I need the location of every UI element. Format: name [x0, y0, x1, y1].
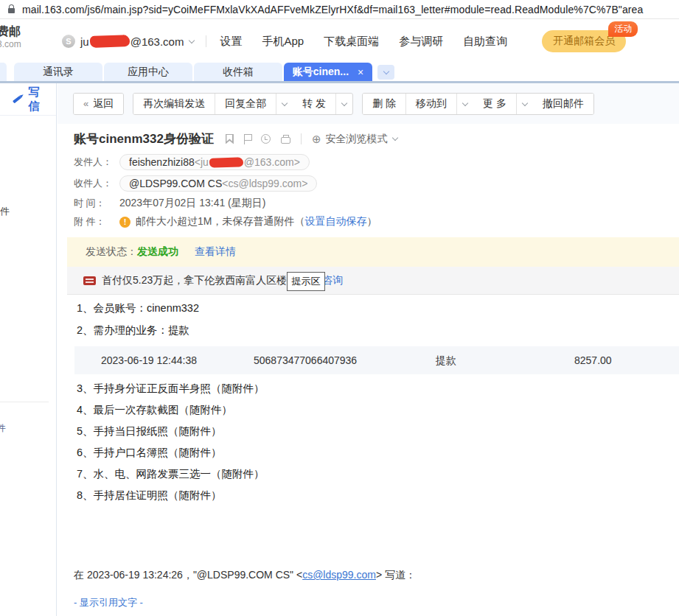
- chevron-down-icon: [282, 99, 288, 105]
- mail-163-logo: 费邮 3.com: [0, 24, 21, 50]
- mail-read-pane: « 返回 再次编辑发送 回复全部 转 发 删 除 移动到 更 多 撤回邮件: [58, 83, 679, 616]
- redaction-blob: [209, 157, 243, 168]
- send-status-label: 发送状态：: [86, 245, 137, 259]
- activity-badge: 活动: [608, 21, 638, 37]
- from-label: 发件人：: [74, 155, 119, 169]
- subject-divider: [301, 133, 302, 144]
- recall-mail-button[interactable]: 撤回邮件: [533, 94, 593, 114]
- delete-button[interactable]: 删 除: [363, 94, 405, 114]
- auto-save-link[interactable]: 设置自动保存: [304, 215, 366, 228]
- record-type: 提款: [436, 354, 456, 368]
- compose-button[interactable]: 写 信: [0, 83, 56, 116]
- show-quoted-text-link[interactable]: - 显示引用文字 -: [74, 596, 143, 609]
- warning-icon: !: [119, 217, 130, 228]
- to-contact[interactable]: @LDSP99.COM CS <cs@ldsp99.com>: [119, 175, 317, 192]
- attachment-notice: 邮件大小超过1M，未保存普通附件（: [136, 215, 304, 228]
- edit-resend-button[interactable]: 再次编辑发送: [133, 94, 215, 114]
- pencil-icon: [13, 95, 21, 103]
- chevron-down-icon: [392, 135, 398, 141]
- time-label: 时 间：: [74, 197, 119, 210]
- forward-button[interactable]: 转 发: [293, 94, 335, 114]
- more-dropdown[interactable]: [516, 94, 533, 114]
- body-line: 3、手持身分证正反面半身照（随附件）: [58, 382, 679, 396]
- logo-text-top: 费邮: [0, 24, 21, 39]
- to-addr: <cs@ldsp99.com>: [222, 178, 307, 189]
- more-button[interactable]: 更 多: [473, 94, 516, 114]
- shield-plus-icon: ⊕: [312, 133, 321, 146]
- back-label: 返回: [93, 97, 114, 111]
- chevron-down-icon: [341, 99, 347, 105]
- quote-prefix: 在 2023-06-19 13:24:26，"@LDSP99.COM CS" <: [74, 569, 302, 581]
- record-time: 2023-06-19 12:44:38: [101, 354, 197, 366]
- flag-icon[interactable]: [244, 134, 251, 144]
- tab-contacts[interactable]: 通讯录: [14, 63, 102, 81]
- ad-text[interactable]: 首付仅5.23万起，拿下伦敦西南富人区楼盘: [102, 274, 297, 287]
- compose-label: 写 信: [28, 85, 56, 113]
- tab-bar: 通讯录 应用中心 收件箱 账号cinen... ×: [0, 63, 679, 81]
- quote-suffix: > 写道：: [376, 569, 416, 581]
- chevron-down-icon: [522, 99, 528, 105]
- account-avatar: S: [62, 35, 75, 48]
- body-line: 1、会员账号：cinenm332: [58, 301, 679, 315]
- lock-icon: [8, 8, 15, 13]
- reply-all-button[interactable]: 回复全部: [215, 94, 276, 114]
- move-to-button[interactable]: 移动到: [405, 94, 456, 114]
- ad-bar: 首付仅5.23万起，拿下伦敦西南富人区楼盘 免费咨询 提示区: [67, 267, 679, 295]
- nav-desktop-client[interactable]: 下载桌面端: [324, 35, 379, 49]
- account-email[interactable]: ju @163.com: [80, 35, 194, 48]
- body-line: 2、需办理的业务：提款: [58, 323, 679, 337]
- from-addr-prefix: <ju: [195, 156, 209, 168]
- sidebar-item-partial[interactable]: 件: [0, 205, 10, 218]
- attachment-label: 附 件：: [74, 215, 119, 228]
- sidebar: 写 信 件 件: [0, 83, 57, 616]
- tab-app-center-label: 应用中心: [128, 66, 169, 79]
- mail-163-app: mail.163.com/js6/main.jsp?sid=yCoiMeFFMx…: [0, 0, 679, 616]
- move-to-dropdown[interactable]: [456, 94, 473, 114]
- time-value: 2023年07月02日 13:41 (星期日): [119, 197, 265, 210]
- tab-close-icon[interactable]: ×: [358, 66, 363, 78]
- quote-header: 在 2023-06-19 13:24:26，"@LDSP99.COM CS" <…: [74, 569, 416, 582]
- tab-inbox[interactable]: 收件箱: [194, 63, 282, 81]
- nav-survey[interactable]: 参与调研: [399, 35, 443, 49]
- bookmark-icon[interactable]: [226, 134, 234, 144]
- back-button[interactable]: « 返回: [74, 94, 123, 114]
- tab-overflow-button[interactable]: [377, 65, 394, 80]
- chevron-down-icon: [383, 68, 389, 74]
- tab-app-center[interactable]: 应用中心: [104, 63, 192, 81]
- hint-tooltip: 提示区: [287, 272, 325, 291]
- body-line: 8、手持居住证明照（随附件）: [58, 489, 679, 503]
- body-line: 7、水、电、网路发票三选一（随附件）: [58, 467, 679, 481]
- sidebar-divider: [0, 402, 49, 402]
- sidebar-item-fragment: 件: [0, 422, 6, 435]
- clock-icon[interactable]: [261, 134, 271, 144]
- reply-all-dropdown[interactable]: [276, 94, 293, 114]
- vip-membership-button[interactable]: 开通邮箱会员 活动: [542, 30, 626, 52]
- to-name: @LDSP99.COM CS: [129, 178, 222, 189]
- printer-icon[interactable]: [281, 137, 290, 144]
- nav-settings[interactable]: 设置: [220, 35, 242, 49]
- header: 费邮 3.com S ju @163.com 设置 手机App 下载桌面端 参与…: [0, 20, 679, 63]
- tab-partial-left[interactable]: [0, 63, 7, 81]
- withdrawal-record-row: 2023-06-19 12:44:38 506873477066407936 提…: [74, 346, 679, 374]
- tab-contacts-label: 通讯录: [43, 66, 74, 79]
- record-amount: 8257.00: [574, 354, 612, 366]
- from-addr-suffix: @163.com>: [244, 156, 300, 168]
- account-email-suffix: @163.com: [130, 35, 184, 48]
- body-line: 5、手持当日报纸照（随附件）: [58, 424, 679, 438]
- safe-browse-label: 安全浏览模式: [325, 133, 387, 146]
- forward-dropdown[interactable]: [335, 94, 352, 114]
- mail-meta: 发件人： feishenzhizi88 <ju @163.com> 收件人： @…: [74, 154, 679, 228]
- nav-self-service[interactable]: 自助查询: [463, 35, 507, 49]
- nav-mobile-app[interactable]: 手机App: [262, 35, 304, 49]
- subject-row: 账号cinenm332身份验证 ⊕ 安全浏览模式: [74, 130, 679, 147]
- tab-active-mail[interactable]: 账号cinen... ×: [284, 63, 372, 81]
- safe-browse-mode[interactable]: ⊕ 安全浏览模式: [312, 133, 398, 146]
- quote-email-link[interactable]: cs@ldsp99.com: [302, 569, 376, 581]
- send-status-value: 发送成功: [137, 245, 178, 259]
- vip-membership-label: 开通邮箱会员: [553, 35, 615, 46]
- from-contact[interactable]: feishenzhizi88 <ju @163.com>: [119, 154, 310, 170]
- url-text[interactable]: mail.163.com/js6/main.jsp?sid=yCoiMeFFMx…: [22, 4, 643, 15]
- browser-address-bar[interactable]: mail.163.com/js6/main.jsp?sid=yCoiMeFFMx…: [0, 0, 679, 19]
- from-name: feishenzhizi88: [129, 156, 195, 168]
- view-details-link[interactable]: 查看详情: [195, 245, 236, 259]
